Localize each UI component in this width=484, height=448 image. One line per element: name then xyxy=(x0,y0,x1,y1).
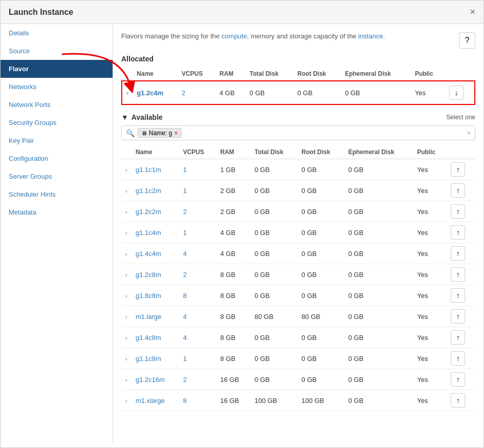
sidebar-item-source[interactable]: Source xyxy=(1,42,113,60)
avail-add-btn-3[interactable]: ↑ xyxy=(447,222,475,243)
avail-expand-9[interactable]: › xyxy=(121,348,131,369)
avail-up-arrow-button-5[interactable]: ↑ xyxy=(451,267,465,282)
avail-expand-2[interactable]: › xyxy=(121,201,131,222)
avail-add-btn-4[interactable]: ↑ xyxy=(447,243,475,264)
avail-up-arrow-button-11[interactable]: ↑ xyxy=(451,393,465,408)
avail-add-btn-9[interactable]: ↑ xyxy=(447,348,475,369)
avail-expand-8[interactable]: › xyxy=(121,327,131,348)
modal-title: Launch Instance xyxy=(9,8,73,17)
avail-ephemeral-3: 0 GB xyxy=(344,222,413,243)
available-chevron[interactable]: ▼ xyxy=(121,113,128,121)
available-header: ▼ Available Select one xyxy=(121,113,475,121)
avail-expand-1[interactable]: › xyxy=(121,180,131,201)
avail-ephemeral-7: 0 GB xyxy=(344,306,413,327)
avail-col-root-disk: Root Disk xyxy=(297,145,344,159)
avail-expand-4[interactable]: › xyxy=(121,243,131,264)
avail-ram-4: 4 GB xyxy=(216,243,250,264)
avail-up-arrow-button-9[interactable]: ↑ xyxy=(451,351,465,366)
avail-col-public: Public xyxy=(413,145,447,159)
avail-ephemeral-9: 0 GB xyxy=(344,348,413,369)
available-row: › g1.2c16m 2 16 GB 0 GB 0 GB 0 GB Yes ↑ xyxy=(121,369,475,390)
avail-root-disk-7: 80 GB xyxy=(297,306,344,327)
avail-add-btn-6[interactable]: ↑ xyxy=(447,285,475,306)
avail-total-disk-8: 0 GB xyxy=(250,327,297,348)
avail-vcpus-9: 1 xyxy=(179,348,216,369)
avail-add-btn-5[interactable]: ↑ xyxy=(447,264,475,285)
avail-name-10: g1.2c16m xyxy=(131,369,179,390)
available-table: Name VCPUS RAM Total Disk Root Disk Ephe… xyxy=(121,145,475,411)
avail-col-expand xyxy=(121,145,131,159)
avail-expand-11[interactable]: › xyxy=(121,390,131,411)
avail-expand-5[interactable]: › xyxy=(121,264,131,285)
avail-public-11: Yes xyxy=(413,390,447,411)
sidebar-item-metadata[interactable]: Metadata xyxy=(1,203,113,221)
avail-name-5: g1.2c8m xyxy=(131,264,179,285)
modal-close-button[interactable]: × xyxy=(470,7,475,17)
avail-up-arrow-button-2[interactable]: ↑ xyxy=(451,204,465,219)
avail-ram-2: 2 GB xyxy=(216,201,250,222)
sidebar-item-flavor[interactable]: Flavor xyxy=(1,60,113,78)
sidebar-item-security-groups[interactable]: Security Groups xyxy=(1,114,113,132)
allocated-down-arrow-button[interactable]: ↓ xyxy=(449,86,464,100)
avail-total-disk-2: 0 GB xyxy=(250,201,297,222)
search-clear-button[interactable]: × xyxy=(174,129,178,137)
avail-up-arrow-button-4[interactable]: ↑ xyxy=(451,246,465,261)
avail-up-arrow-button-10[interactable]: ↑ xyxy=(451,372,465,387)
sidebar-item-network-ports[interactable]: Network Ports xyxy=(1,96,113,114)
avail-col-action xyxy=(447,145,475,159)
avail-expand-6[interactable]: › xyxy=(121,285,131,306)
avail-ram-8: 8 GB xyxy=(216,327,250,348)
avail-expand-10[interactable]: › xyxy=(121,369,131,390)
avail-ram-3: 4 GB xyxy=(216,222,250,243)
modal-header: Launch Instance × xyxy=(1,1,483,24)
avail-up-arrow-button-6[interactable]: ↑ xyxy=(451,288,465,303)
sidebar-item-server-groups[interactable]: Server Groups xyxy=(1,167,113,185)
avail-add-btn-7[interactable]: ↑ xyxy=(447,306,475,327)
main-content: Flavors manage the sizing for the comput… xyxy=(113,24,483,444)
col-header-ephemeral-alloc: Ephemeral Disk xyxy=(341,67,411,81)
avail-name-6: g1.8c8m xyxy=(131,285,179,306)
sidebar-item-key-pair[interactable]: Key Pair xyxy=(1,132,113,150)
allocated-row: › g1.2c4m 2 4 GB 0 GB 0 GB 0 GB Yes ↓ xyxy=(122,81,475,104)
avail-name-11: m1.xlarge xyxy=(131,390,179,411)
avail-public-0: Yes xyxy=(413,159,447,180)
avail-up-arrow-button-8[interactable]: ↑ xyxy=(451,330,465,345)
sidebar-item-networks[interactable]: Networks xyxy=(1,78,113,96)
avail-total-disk-4: 0 GB xyxy=(250,243,297,264)
monitor-icon: 🖥 xyxy=(141,130,147,136)
avail-root-disk-9: 0 GB xyxy=(297,348,344,369)
avail-add-btn-0[interactable]: ↑ xyxy=(447,159,475,180)
avail-name-7: m1.large xyxy=(131,306,179,327)
avail-ephemeral-2: 0 GB xyxy=(344,201,413,222)
sidebar-item-configuration[interactable]: Configuration xyxy=(1,150,113,167)
sidebar-item-details[interactable]: Details xyxy=(1,24,113,42)
avail-add-btn-1[interactable]: ↑ xyxy=(447,180,475,201)
avail-root-disk-1: 0 GB xyxy=(297,180,344,201)
avail-total-disk-10: 0 GB xyxy=(250,369,297,390)
avail-up-arrow-button-3[interactable]: ↑ xyxy=(451,225,465,240)
avail-expand-0[interactable]: › xyxy=(121,159,131,180)
col-header-root-disk-alloc: Root Disk xyxy=(293,67,341,81)
allocated-public: Yes xyxy=(411,81,445,104)
help-button[interactable]: ? xyxy=(459,32,475,49)
avail-add-btn-11[interactable]: ↑ xyxy=(447,390,475,411)
avail-name-9: g1.1c8m xyxy=(131,348,179,369)
avail-expand-7[interactable]: › xyxy=(121,306,131,327)
avail-ephemeral-8: 0 GB xyxy=(344,327,413,348)
avail-expand-3[interactable]: › xyxy=(121,222,131,243)
avail-add-btn-10[interactable]: ↑ xyxy=(447,369,475,390)
search-input[interactable] xyxy=(185,129,461,137)
allocated-vcpus: 2 xyxy=(178,81,215,104)
sidebar-item-scheduler-hints[interactable]: Scheduler Hints xyxy=(1,185,113,203)
avail-up-arrow-button-0[interactable]: ↑ xyxy=(451,162,465,177)
avail-ephemeral-1: 0 GB xyxy=(344,180,413,201)
avail-up-arrow-button-1[interactable]: ↑ xyxy=(451,183,465,198)
avail-add-btn-2[interactable]: ↑ xyxy=(447,201,475,222)
allocated-remove-btn[interactable]: ↓ xyxy=(445,81,475,104)
allocated-name: g1.2c4m xyxy=(133,81,178,104)
avail-add-btn-8[interactable]: ↑ xyxy=(447,327,475,348)
search-bar-clear-button[interactable]: × xyxy=(467,129,471,137)
allocated-expand[interactable]: › xyxy=(122,81,133,104)
avail-up-arrow-button-7[interactable]: ↑ xyxy=(451,309,465,324)
avail-total-disk-6: 0 GB xyxy=(250,285,297,306)
